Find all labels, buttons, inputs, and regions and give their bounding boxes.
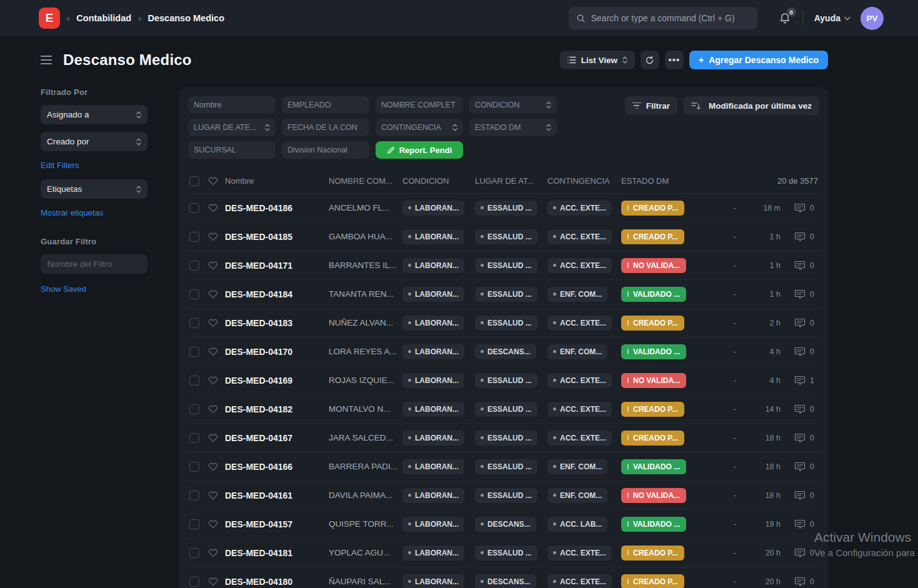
row-checkbox[interactable] [189, 577, 199, 587]
row-checkbox[interactable] [189, 519, 199, 529]
table-row[interactable]: DES-MED-04171BARRANTES IL...LABORAN...ES… [188, 251, 819, 280]
table-row[interactable]: DES-MED-04180ÑAUPARI SAL...LABORAN...DES… [188, 567, 819, 588]
filter-text-nombre[interactable]: Nombre [188, 96, 276, 114]
condition-badge[interactable]: LABORAN... [402, 258, 464, 273]
comment-count[interactable]: 0 [794, 462, 818, 472]
filter-select-contingencia[interactable]: CONTINGENCIA [376, 119, 463, 136]
place-badge[interactable]: ESSALUD ... [475, 488, 537, 503]
filter-text-fecha-de-la-con[interactable]: FECHA DE LA CON [282, 119, 369, 136]
contingency-badge[interactable]: ACC. EXTE... [547, 229, 612, 244]
heart-icon[interactable] [208, 347, 219, 356]
created-by-select[interactable]: Creado por [41, 132, 147, 151]
heart-icon[interactable] [208, 404, 219, 414]
contingency-badge[interactable]: ACC. EXTE... [547, 431, 612, 446]
place-badge[interactable]: ESSALUD ... [475, 459, 537, 474]
comment-count[interactable]: 0 [794, 232, 818, 242]
select-all-checkbox[interactable] [189, 176, 199, 186]
status-badge[interactable]: CREADO P... [621, 402, 684, 417]
row-checkbox[interactable] [189, 433, 199, 443]
contingency-badge[interactable]: ACC. EXTE... [547, 316, 612, 331]
heart-icon[interactable] [208, 176, 219, 186]
comment-count[interactable]: 0 [794, 519, 818, 529]
column-estado-dm[interactable]: ESTADO DM [621, 176, 690, 186]
condition-badge[interactable]: LABORAN... [402, 459, 464, 474]
sort-button[interactable]: Modificada por última vez [684, 96, 819, 115]
row-checkbox[interactable] [189, 261, 199, 271]
condition-badge[interactable]: LABORAN... [402, 517, 464, 532]
heart-icon[interactable] [208, 289, 219, 299]
heart-icon[interactable] [208, 577, 219, 586]
app-logo[interactable]: E [39, 7, 60, 29]
filter-select-condicion[interactable]: CONDICION [469, 96, 557, 114]
row-id[interactable]: DES-MED-04170 [225, 347, 329, 357]
comment-count[interactable]: 0 [794, 261, 818, 271]
heart-icon[interactable] [208, 491, 219, 500]
assigned-to-select[interactable]: Asignado a [41, 105, 147, 124]
row-checkbox[interactable] [189, 318, 199, 328]
condition-badge[interactable]: LABORAN... [402, 287, 464, 302]
status-badge[interactable]: CREADO P... [621, 316, 684, 331]
row-id[interactable]: DES-MED-04166 [225, 462, 329, 472]
contingency-badge[interactable]: ACC. EXTE... [547, 201, 612, 216]
row-id[interactable]: DES-MED-04169 [225, 376, 329, 386]
status-badge[interactable]: CREADO P... [621, 546, 684, 561]
condition-badge[interactable]: LABORAN... [402, 316, 464, 331]
status-badge[interactable]: NO VALIDA... [621, 488, 686, 503]
comment-count[interactable]: 0 [794, 318, 818, 328]
row-id[interactable]: DES-MED-04171 [225, 261, 329, 271]
comment-count[interactable]: 0 [794, 289, 818, 299]
condition-badge[interactable]: LABORAN... [402, 402, 464, 417]
place-badge[interactable]: ESSALUD ... [475, 373, 537, 388]
table-row[interactable]: DES-MED-04161DAVILA PAIMA...LABORAN...ES… [188, 481, 819, 510]
column-lugar[interactable]: LUGAR DE AT... [475, 176, 547, 186]
row-checkbox[interactable] [189, 347, 199, 357]
heart-icon[interactable] [208, 203, 219, 212]
place-badge[interactable]: DESCANS... [475, 517, 536, 532]
place-badge[interactable]: ESSALUD ... [475, 402, 537, 417]
row-checkbox[interactable] [189, 404, 199, 414]
row-id[interactable]: DES-MED-04161 [225, 491, 329, 501]
condition-badge[interactable]: LABORAN... [402, 488, 464, 503]
heart-icon[interactable] [208, 261, 219, 270]
status-badge[interactable]: CREADO P... [621, 201, 684, 216]
contingency-badge[interactable]: ENF. COM... [547, 287, 607, 302]
filter-select-estado-dm[interactable]: ESTADO DM [469, 119, 557, 136]
table-row[interactable]: DES-MED-04182MONTALVO N...LABORAN...ESSA… [188, 395, 819, 424]
edit-filters-link[interactable]: Edit Filters [41, 161, 79, 170]
status-badge[interactable]: CREADO P... [621, 574, 684, 588]
breadcrumb-contabilidad[interactable]: Contabilidad [76, 13, 131, 23]
column-condicion[interactable]: CONDICION [402, 176, 475, 186]
contingency-badge[interactable]: ACC. LAB... [547, 517, 607, 532]
contingency-badge[interactable]: ACC. EXTE... [547, 373, 612, 388]
condition-badge[interactable]: LABORAN... [402, 229, 464, 244]
place-badge[interactable]: ESSALUD ... [475, 201, 537, 216]
row-checkbox[interactable] [189, 232, 199, 242]
place-badge[interactable]: ESSALUD ... [475, 229, 537, 244]
place-badge[interactable]: ESSALUD ... [475, 316, 537, 331]
condition-badge[interactable]: LABORAN... [402, 574, 464, 588]
comment-count[interactable]: 0 [794, 347, 818, 357]
contingency-badge[interactable]: ENF. COM... [547, 488, 607, 503]
report-pendi-button[interactable]: Report. Pendi [376, 141, 463, 159]
heart-icon[interactable] [208, 462, 219, 471]
column-nombre-completo[interactable]: NOMBRE COM... [329, 176, 402, 186]
notifications-button[interactable]: 0 [779, 12, 791, 25]
condition-badge[interactable]: LABORAN... [402, 344, 464, 359]
tags-select[interactable]: Etiquetas [41, 179, 147, 199]
table-row[interactable]: DES-MED-04170LORA REYES A...LABORAN...DE… [188, 337, 819, 366]
filter-text-nombre-complet[interactable]: NOMBRE COMPLET [376, 96, 463, 114]
table-row[interactable]: DES-MED-04157QUISPE TORR...LABORAN...DES… [188, 510, 819, 539]
place-badge[interactable]: DESCANS... [475, 344, 536, 359]
table-row[interactable]: DES-MED-04166BARRERA PADI...LABORAN...ES… [188, 452, 819, 481]
sidebar-toggle-icon[interactable] [41, 56, 52, 64]
comment-count[interactable]: 0 [794, 404, 818, 414]
contingency-badge[interactable]: ACC. EXTE... [547, 574, 612, 588]
row-checkbox[interactable] [189, 203, 199, 213]
row-id[interactable]: DES-MED-04185 [225, 232, 329, 242]
status-badge[interactable]: NO VALIDA... [621, 258, 686, 273]
result-count[interactable]: 20 de 3577 [777, 176, 818, 186]
contingency-badge[interactable]: ENF. COM... [547, 459, 607, 474]
view-selector-button[interactable]: List View [560, 51, 635, 69]
filter-text-empleado[interactable]: EMPLEADO [282, 96, 369, 114]
comment-count[interactable]: 0 [794, 433, 818, 443]
